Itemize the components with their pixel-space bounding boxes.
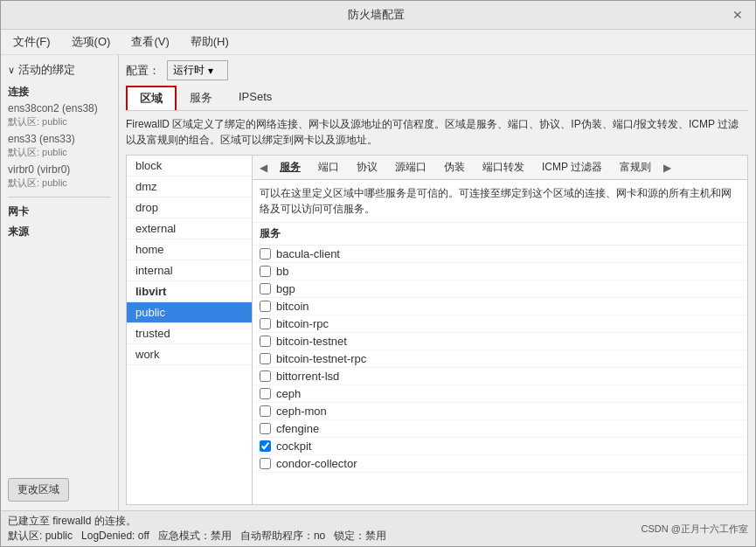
service-item: bb	[253, 263, 747, 280]
menu-options[interactable]: 选项(O)	[66, 32, 116, 52]
config-value: 运行时	[173, 63, 205, 78]
service-item: cfengine	[253, 420, 747, 438]
main-window: 防火墙配置 ✕ 文件(F) 选项(O) 查看(V) 帮助(H) ∨ 活动的绑定 …	[0, 0, 756, 547]
service-checkbox[interactable]	[260, 336, 271, 347]
nic-header: 网卡	[1, 201, 118, 221]
service-tab-masquerade[interactable]: 伪装	[435, 157, 474, 177]
watermark: CSDN @正月十六工作室	[642, 523, 748, 536]
zone-list-item[interactable]: trusted	[127, 323, 252, 344]
service-checkbox[interactable]	[260, 353, 271, 364]
nav-right-arrow-icon[interactable]: ▶	[660, 160, 675, 176]
service-checkbox[interactable]	[260, 423, 271, 434]
status-left: 已建立至 firewalld 的连接。 默认区: public LogDenie…	[8, 514, 386, 544]
zone-list-item[interactable]: block	[127, 156, 252, 177]
service-checkbox[interactable]	[260, 440, 271, 452]
service-name: ceph-mon	[276, 405, 327, 418]
active-binding-label: 活动的绑定	[18, 62, 75, 78]
service-item: bittorrent-lsd	[253, 368, 747, 385]
window-title: 防火墙配置	[25, 7, 727, 23]
zone-list-item[interactable]: libvirt	[127, 281, 252, 302]
menu-help[interactable]: 帮助(H)	[185, 32, 234, 52]
zone-info: 默认区: public	[8, 530, 73, 542]
config-row: 配置： 运行时 ▾	[126, 60, 748, 80]
service-name: bitcoin-testnet	[276, 335, 347, 348]
connection-status: 已建立至 firewalld 的连接。	[8, 515, 136, 527]
service-name: bb	[276, 265, 288, 278]
service-item: bitcoin-rpc	[253, 315, 747, 333]
service-item: bitcoin	[253, 298, 747, 315]
conn3-name: virbr0 (virbr0)	[1, 163, 118, 177]
services-header-row: ◀ 服务 端口 协议 源端口 伪装 端口转发 ICMP 过滤器 富规则 ▶	[253, 156, 747, 180]
source-header: 来源	[1, 221, 118, 241]
zone-list-item[interactable]: home	[127, 239, 252, 260]
service-tab-port-forward[interactable]: 端口转发	[474, 157, 533, 177]
service-tab-ports[interactable]: 端口	[309, 157, 348, 177]
dropdown-arrow-icon: ▾	[208, 65, 213, 77]
services-list-header: 服务	[253, 223, 747, 246]
service-item: bitcoin-testnet-rpc	[253, 350, 747, 368]
conn2-zone: 默认区: public	[1, 146, 118, 163]
zone-list-item[interactable]: external	[127, 218, 252, 239]
service-name: bitcoin-testnet-rpc	[276, 352, 366, 365]
zone-list-item[interactable]: dmz	[127, 177, 252, 197]
zone-list-item[interactable]: internal	[127, 260, 252, 281]
service-checkbox[interactable]	[260, 370, 271, 382]
service-name: cfengine	[276, 422, 319, 435]
menu-file[interactable]: 文件(F)	[8, 32, 56, 52]
close-button[interactable]: ✕	[727, 6, 748, 24]
zone-list: blockdmzdropexternalhomeinternallibvirtp…	[126, 155, 253, 505]
tabs-row: 区域 服务 IPSets	[126, 86, 748, 111]
zone-list-item[interactable]: work	[127, 344, 252, 365]
service-tab-protocols[interactable]: 协议	[348, 157, 386, 177]
service-tab-icmp[interactable]: ICMP 过滤器	[533, 157, 611, 177]
service-name: bitcoin	[276, 300, 309, 313]
log-denied: LogDenied: off	[81, 530, 149, 542]
zone-list-item[interactable]: public	[127, 302, 252, 323]
services-description: 可以在这里定义区域中哪些服务是可信的。可连接至绑定到这个区域的连接、网卡和源的所…	[253, 180, 747, 223]
lock-status: 锁定：禁用	[334, 530, 386, 542]
config-label: 配置：	[126, 63, 160, 79]
service-checkbox[interactable]	[260, 388, 271, 399]
left-panel: ∨ 活动的绑定 连接 ens38con2 (ens38) 默认区: public…	[1, 55, 119, 510]
service-checkbox[interactable]	[260, 283, 271, 294]
service-tab-services[interactable]: 服务	[271, 157, 309, 177]
service-item: condor-collector	[253, 455, 747, 473]
main-content: ∨ 活动的绑定 连接 ens38con2 (ens38) 默认区: public…	[1, 55, 755, 510]
service-tab-rich-rules[interactable]: 富规则	[611, 157, 660, 177]
service-tab-source-ports[interactable]: 源端口	[386, 157, 435, 177]
left-bottom: 更改区域	[1, 473, 118, 507]
service-name: bittorrent-lsd	[276, 370, 339, 383]
service-item: bitcoin-testnet	[253, 333, 747, 350]
config-dropdown[interactable]: 运行时 ▾	[167, 60, 228, 80]
tab-zones[interactable]: 区域	[126, 86, 177, 110]
conn2-name: ens33 (ens33)	[1, 132, 118, 146]
conn1-name: ens38con2 (ens38)	[1, 101, 118, 115]
zone-services-area: blockdmzdropexternalhomeinternallibvirtp…	[126, 155, 748, 505]
expand-icon[interactable]: ∨	[8, 65, 15, 76]
service-item: ceph	[253, 385, 747, 403]
service-checkbox[interactable]	[260, 301, 271, 312]
service-checkbox[interactable]	[260, 318, 271, 329]
tab-services[interactable]: 服务	[177, 86, 225, 110]
service-checkbox[interactable]	[260, 458, 271, 469]
nav-left-arrow-icon[interactable]: ◀	[256, 160, 271, 176]
service-name: bitcoin-rpc	[276, 317, 329, 330]
service-name: cockpit	[276, 440, 311, 453]
service-checkbox[interactable]	[260, 266, 271, 277]
active-binding-row: ∨ 活动的绑定	[1, 59, 118, 81]
menu-view[interactable]: 查看(V)	[126, 32, 174, 52]
service-name: bacula-client	[276, 247, 340, 260]
tab-ipsets[interactable]: IPSets	[225, 86, 285, 110]
service-checkbox[interactable]	[260, 405, 271, 417]
status-bar: 已建立至 firewalld 的连接。 默认区: public LogDenie…	[1, 510, 755, 546]
right-content: ◀ 服务 端口 协议 源端口 伪装 端口转发 ICMP 过滤器 富规则 ▶ 可以…	[253, 155, 748, 505]
service-item: bacula-client	[253, 246, 747, 263]
service-item: bgp	[253, 280, 747, 298]
zone-list-item[interactable]: drop	[127, 197, 252, 218]
service-item: cockpit	[253, 438, 747, 455]
description-text: FirewallD 区域定义了绑定的网络连接、网卡以及源地址的可信程度。区域是服…	[126, 116, 748, 148]
service-name: ceph	[276, 387, 301, 400]
change-zone-button[interactable]: 更改区域	[8, 478, 69, 502]
service-checkbox[interactable]	[260, 248, 271, 260]
auto-helper: 自动帮助程序：no	[240, 530, 325, 542]
